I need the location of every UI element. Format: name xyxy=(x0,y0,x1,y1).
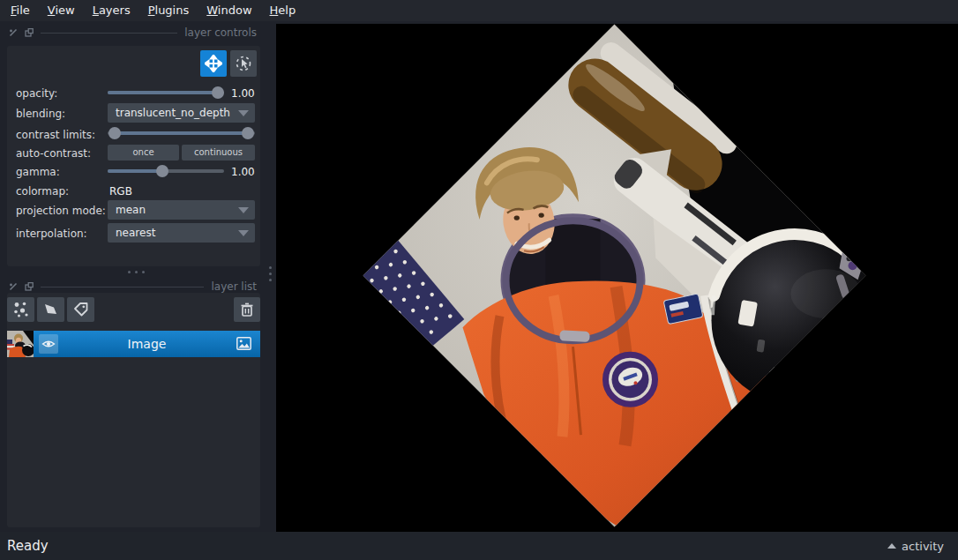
hide-dock-icon[interactable] xyxy=(9,28,18,37)
new-points-layer-button[interactable] xyxy=(7,297,34,322)
gamma-label: gamma: xyxy=(16,166,60,178)
trash-icon xyxy=(239,302,255,317)
new-labels-layer-button[interactable] xyxy=(67,297,94,322)
transform-cursor-icon xyxy=(235,55,252,72)
blending-dropdown[interactable]: translucent_no_depth xyxy=(108,103,255,123)
layer-controls-title: layer controls xyxy=(184,26,257,39)
astronaut-image xyxy=(363,25,866,527)
opacity-value: 1.00 xyxy=(231,87,255,100)
hide-dock-icon[interactable] xyxy=(9,282,18,291)
layer-thumbnail xyxy=(7,331,34,357)
left-dock-area: layer controls opacity xyxy=(0,21,276,532)
arrows-move-icon xyxy=(205,55,222,72)
opacity-slider[interactable] xyxy=(108,86,224,99)
activity-label: activity xyxy=(902,540,944,553)
projection-mode-value: mean xyxy=(116,204,146,216)
interpolation-value: nearest xyxy=(116,227,155,239)
layer-row-selected-area[interactable]: Image xyxy=(34,331,260,357)
status-message: Ready xyxy=(7,538,49,554)
menu-item-file[interactable]: File xyxy=(2,0,39,21)
image-icon xyxy=(236,337,251,350)
activity-toggle[interactable]: activity xyxy=(887,540,944,553)
contrast-limits-label: contrast limits: xyxy=(16,129,95,141)
menu-item-layers[interactable]: Layers xyxy=(84,0,139,21)
menu-item-help[interactable]: Help xyxy=(261,0,305,21)
blending-value: translucent_no_depth xyxy=(116,107,230,119)
chevron-down-icon xyxy=(238,230,249,236)
chevron-down-icon xyxy=(238,110,249,116)
contrast-limits-slider[interactable] xyxy=(108,127,255,139)
interpolation-label: interpolation: xyxy=(16,228,87,240)
delete-layer-button[interactable] xyxy=(234,297,260,322)
labels-tag-icon xyxy=(72,301,90,318)
transform-mode-button[interactable] xyxy=(230,50,257,77)
float-dock-icon[interactable] xyxy=(25,282,34,291)
projection-mode-dropdown[interactable]: mean xyxy=(108,200,255,220)
menu-bar: File View Layers Plugins Window Help xyxy=(0,0,958,21)
colormap-value: RGB xyxy=(109,185,132,198)
panel-splitter-handle[interactable] xyxy=(128,271,145,273)
image-layer-rotated xyxy=(363,25,866,527)
viewer-canvas[interactable] xyxy=(276,24,958,532)
layer-name: Image xyxy=(34,331,260,357)
gamma-slider[interactable] xyxy=(108,165,224,177)
pan-zoom-mode-button[interactable] xyxy=(200,50,227,77)
float-dock-icon[interactable] xyxy=(25,28,34,37)
projection-mode-label: projection mode: xyxy=(16,205,106,217)
shapes-layer-icon xyxy=(42,301,60,318)
layer-list-panel: Image xyxy=(7,293,260,527)
layer-controls-header: layer controls xyxy=(0,25,276,41)
status-bar: Ready activity xyxy=(0,532,958,560)
points-layer-icon xyxy=(12,301,30,318)
auto-contrast-once-button[interactable]: once xyxy=(108,145,179,161)
menu-item-window[interactable]: Window xyxy=(198,0,260,21)
layer-list-title: layer list xyxy=(211,280,257,293)
dock-header-line xyxy=(41,33,177,34)
dock-header-line xyxy=(41,287,204,287)
menu-item-view[interactable]: View xyxy=(39,0,84,21)
new-shapes-layer-button[interactable] xyxy=(37,297,64,322)
blending-label: blending: xyxy=(16,108,65,120)
auto-contrast-continuous-button[interactable]: continuous xyxy=(182,145,255,161)
menu-item-plugins[interactable]: Plugins xyxy=(139,0,198,21)
activity-expand-icon xyxy=(887,543,896,549)
layer-row-image[interactable]: Image xyxy=(7,331,260,357)
opacity-label: opacity: xyxy=(16,87,57,100)
gamma-value: 1.00 xyxy=(231,166,255,178)
layer-controls-panel: opacity: 1.00 blending: translucent_no_d… xyxy=(7,46,260,266)
napari-window: File View Layers Plugins Window Help lay… xyxy=(0,0,958,560)
interpolation-dropdown[interactable]: nearest xyxy=(108,223,255,243)
chevron-down-icon xyxy=(238,207,249,213)
colormap-label: colormap: xyxy=(16,185,69,198)
auto-contrast-label: auto-contrast: xyxy=(16,147,91,160)
